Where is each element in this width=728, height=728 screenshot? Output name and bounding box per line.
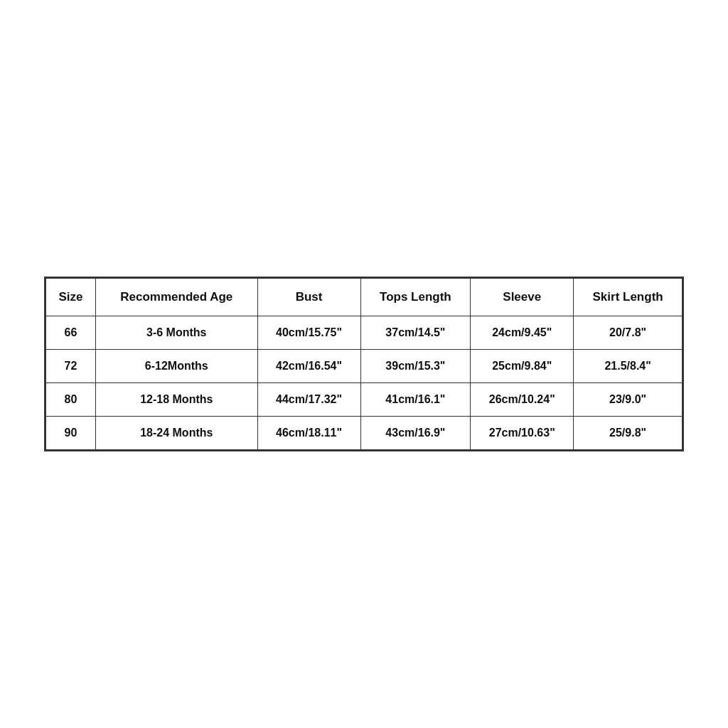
cell-bust: 44cm/17.32" [257, 383, 360, 417]
cell-sleeve: 25cm/9.84" [471, 350, 574, 383]
cell-bust: 42cm/16.54" [257, 350, 360, 383]
cell-sleeve: 27cm/10.63" [471, 417, 574, 450]
cell-skirt-length: 25/9.8" [574, 417, 682, 450]
cell-tops-length: 39cm/15.3" [360, 350, 471, 383]
col-header-bust: Bust [257, 279, 360, 316]
cell-size: 66 [46, 316, 96, 350]
cell-skirt-length: 21.5/8.4" [574, 350, 682, 383]
table-row: 726-12Months42cm/16.54"39cm/15.3"25cm/9.… [46, 350, 682, 383]
table-row: 663-6 Months40cm/15.75"37cm/14.5"24cm/9.… [46, 316, 682, 350]
cell-bust: 46cm/18.11" [257, 417, 360, 450]
cell-age: 18-24 Months [95, 417, 257, 450]
col-header-size: Size [46, 279, 96, 316]
table-row: 8012-18 Months44cm/17.32"41cm/16.1"26cm/… [46, 383, 682, 417]
cell-tops-length: 41cm/16.1" [360, 383, 471, 417]
cell-size: 90 [46, 417, 96, 450]
col-header-sleeve: Sleeve [471, 279, 574, 316]
cell-size: 80 [46, 383, 96, 417]
col-header-skirt-length: Skirt Length [574, 279, 682, 316]
table-header-row: Size Recommended Age Bust Tops Length Sl… [46, 279, 682, 316]
cell-tops-length: 37cm/14.5" [360, 316, 471, 350]
cell-skirt-length: 23/9.0" [574, 383, 682, 417]
cell-skirt-length: 20/7.8" [574, 316, 682, 350]
cell-age: 12-18 Months [95, 383, 257, 417]
size-chart-container: Size Recommended Age Bust Tops Length Sl… [44, 277, 684, 451]
col-header-tops-length: Tops Length [360, 279, 471, 316]
cell-bust: 40cm/15.75" [257, 316, 360, 350]
cell-sleeve: 26cm/10.24" [471, 383, 574, 417]
table-row: 9018-24 Months46cm/18.11"43cm/16.9"27cm/… [46, 417, 682, 450]
cell-age: 6-12Months [95, 350, 257, 383]
cell-age: 3-6 Months [95, 316, 257, 350]
cell-sleeve: 24cm/9.45" [471, 316, 574, 350]
size-chart-table: Size Recommended Age Bust Tops Length Sl… [46, 278, 682, 450]
cell-size: 72 [46, 350, 96, 383]
cell-tops-length: 43cm/16.9" [360, 417, 471, 450]
col-header-recommended-age: Recommended Age [95, 279, 257, 316]
